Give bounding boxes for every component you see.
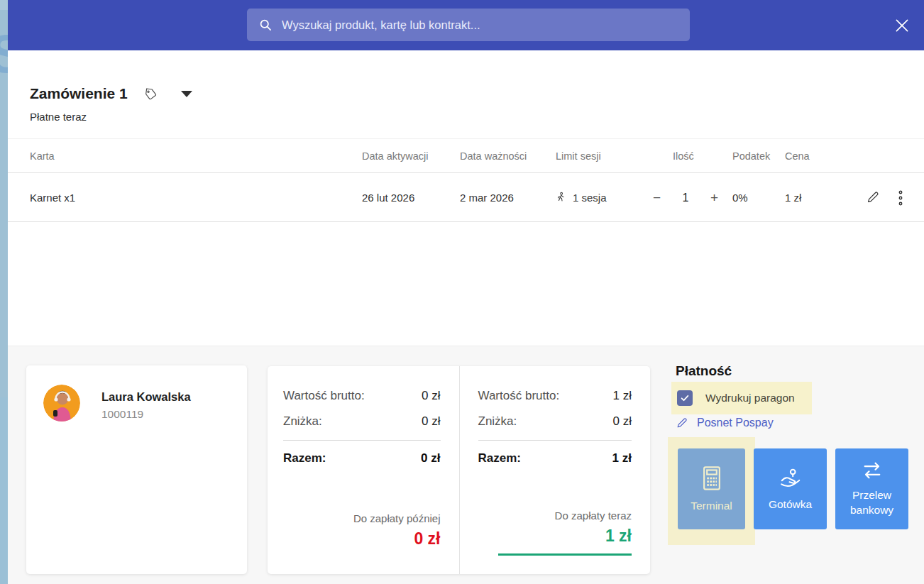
walking-person-icon bbox=[556, 192, 566, 204]
later-gross-value: 0 zł bbox=[422, 389, 440, 403]
summary-divider bbox=[478, 440, 632, 441]
table-row: Karnet x1 26 lut 2026 2 mar 2026 1 sesja… bbox=[0, 174, 924, 222]
customer-name: Laura Kowalska bbox=[101, 390, 191, 404]
due-now-amount: 1 zł bbox=[498, 527, 632, 546]
payment-method-label: Gotówka bbox=[769, 497, 812, 512]
search-box[interactable] bbox=[247, 9, 690, 41]
now-gross-value: 1 zł bbox=[613, 389, 632, 403]
now-total-label: Razem: bbox=[478, 451, 521, 465]
quantity-stepper: − 1 + bbox=[653, 191, 718, 204]
summary-pay-later-column: Wartość brutto: 0 zł Zniżka: 0 zł Razem:… bbox=[268, 366, 459, 574]
column-header-cena: Cena bbox=[785, 150, 853, 162]
row-tax: 0% bbox=[732, 192, 785, 204]
customer-id: 1000119 bbox=[101, 408, 191, 421]
payment-method-terminal-button[interactable]: Terminal bbox=[678, 448, 745, 529]
close-icon[interactable] bbox=[891, 15, 913, 36]
now-discount-value: 0 zł bbox=[613, 414, 632, 429]
row-activation-date: 26 lut 2026 bbox=[362, 192, 460, 204]
later-total-label: Razem: bbox=[283, 451, 326, 465]
payment-method-bank-transfer-button[interactable]: Przelew bankowy bbox=[835, 448, 908, 529]
due-now-label: Do zapłaty teraz bbox=[498, 509, 632, 522]
quantity-value[interactable]: 1 bbox=[683, 192, 689, 204]
calculator-icon bbox=[700, 465, 724, 499]
column-header-data-aktywacji: Data aktywacji bbox=[362, 150, 460, 162]
quantity-increase-button[interactable]: + bbox=[710, 191, 718, 204]
edit-pencil-icon[interactable] bbox=[866, 191, 879, 204]
order-summary-card: Wartość brutto: 0 zł Zniżka: 0 zł Razem:… bbox=[268, 366, 650, 574]
column-header-limit-sesji: Limit sesji bbox=[556, 150, 653, 162]
cash-hand-icon bbox=[778, 466, 803, 497]
quantity-decrease-button[interactable]: − bbox=[653, 191, 661, 204]
payment-method-label: Terminal bbox=[691, 499, 732, 514]
dropdown-caret-icon[interactable] bbox=[181, 91, 192, 97]
avatar bbox=[43, 385, 80, 422]
now-discount-label: Zniżka: bbox=[478, 414, 517, 429]
kebab-menu-icon[interactable] bbox=[898, 190, 903, 206]
bank-transfer-icon bbox=[859, 460, 885, 488]
pos-order-screen: S Zamówienie 1 bbox=[0, 0, 924, 584]
search-icon bbox=[258, 18, 273, 32]
due-now-underline bbox=[498, 553, 632, 556]
row-expiry-date: 2 mar 2026 bbox=[460, 192, 556, 204]
row-session-limit: 1 sesja bbox=[573, 192, 607, 204]
later-discount-value: 0 zł bbox=[422, 414, 440, 429]
later-total-value: 0 zł bbox=[421, 451, 440, 465]
column-header-karta: Karta bbox=[30, 150, 362, 162]
column-header-ilosc: Ilość bbox=[653, 150, 732, 162]
row-price: 1 zł bbox=[785, 192, 853, 204]
later-discount-label: Zniżka: bbox=[283, 414, 322, 429]
search-input[interactable] bbox=[282, 18, 678, 32]
order-header: Zamówienie 1 Płatne teraz bbox=[30, 85, 192, 123]
customer-card[interactable]: Laura Kowalska 1000119 bbox=[26, 365, 247, 574]
row-product-name: Karnet x1 bbox=[30, 192, 362, 204]
summary-pay-now-column: Wartość brutto: 1 zł Zniżka: 0 zł Razem:… bbox=[459, 366, 651, 574]
payment-method-cash-button[interactable]: Gotówka bbox=[754, 448, 827, 529]
column-header-podatek: Podatek bbox=[732, 150, 785, 162]
order-subtitle: Płatne teraz bbox=[30, 111, 192, 123]
tag-icon[interactable] bbox=[144, 87, 158, 101]
payment-method-label: Przelew bankowy bbox=[838, 488, 906, 518]
due-later-amount: 0 zł bbox=[353, 529, 441, 549]
top-bar bbox=[8, 0, 924, 50]
now-gross-label: Wartość brutto: bbox=[478, 389, 560, 403]
column-header-data-waznosci: Data ważności bbox=[460, 150, 556, 162]
checkout-panel: Laura Kowalska 1000119 Wartość brutto: 0… bbox=[8, 346, 924, 584]
background-logo-fragment: S bbox=[0, 23, 8, 84]
due-later-label: Do zapłaty później bbox=[353, 512, 441, 524]
summary-divider bbox=[283, 440, 441, 441]
later-gross-label: Wartość brutto: bbox=[283, 389, 365, 403]
order-table-header: Karta Data aktywacji Data ważności Limit… bbox=[0, 138, 924, 173]
now-total-value: 1 zł bbox=[612, 451, 632, 465]
background-page-strip: S bbox=[0, 0, 8, 584]
payment-section: Płatność Wydrukuj paragon Posnet Pospay bbox=[660, 346, 924, 584]
order-title: Zamówienie 1 bbox=[30, 85, 128, 102]
